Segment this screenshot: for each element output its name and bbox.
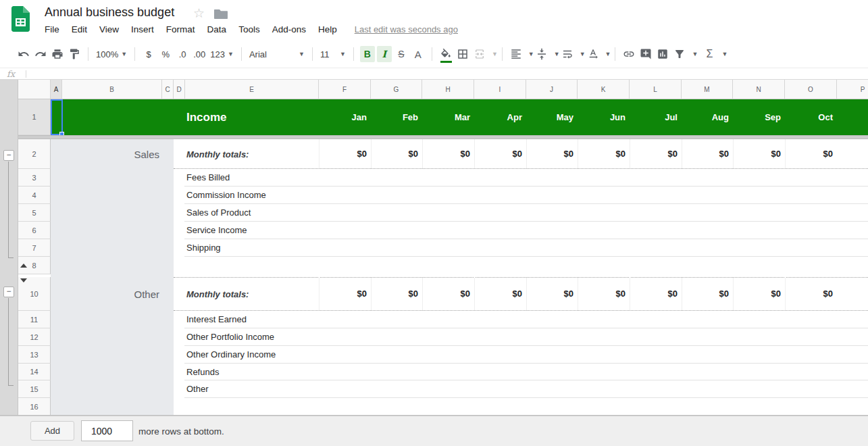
show-hidden-row-below-icon[interactable] (20, 278, 27, 282)
strikethrough-button[interactable]: S (394, 46, 409, 62)
row-header-7[interactable]: 7 (18, 239, 51, 257)
sales-total-jul[interactable]: $0 (630, 139, 682, 169)
fill-color-button[interactable] (438, 46, 453, 62)
cell-other-portfolio-income[interactable]: Other Portfolio Income (186, 328, 274, 346)
menu-format[interactable]: Format (166, 24, 195, 34)
filter-icon[interactable] (672, 46, 687, 62)
add-rows-button[interactable]: Add (30, 421, 74, 441)
column-header-f[interactable]: F (319, 80, 371, 99)
column-header-a[interactable]: A (51, 80, 62, 99)
month-header-sep[interactable]: Sep (733, 99, 785, 135)
row-header-13[interactable]: 13 (18, 346, 51, 364)
cell-sales-of-product[interactable]: Sales of Product (186, 204, 251, 222)
sales-total-may[interactable]: $0 (526, 139, 578, 169)
sheets-logo-icon[interactable] (11, 6, 30, 34)
last-edit-link[interactable]: Last edit was seconds ago (355, 24, 458, 34)
other-total-aug[interactable]: $0 (682, 277, 733, 311)
month-header-jun[interactable]: Jun (578, 99, 630, 135)
rows-count-input[interactable] (81, 420, 133, 441)
sales-total-sep[interactable]: $0 (733, 139, 785, 169)
cell-refunds[interactable]: Refunds (186, 364, 219, 381)
menu-add-ons[interactable]: Add-ons (272, 24, 306, 34)
paint-format-icon[interactable] (67, 46, 82, 62)
functions-button[interactable]: Σ (702, 46, 717, 62)
row-header-1[interactable]: 1 (18, 99, 51, 135)
increase-decimal-button[interactable]: .00 (192, 46, 207, 62)
column-header-o[interactable]: O (785, 80, 837, 99)
text-wrap-caret[interactable]: ▼ (580, 51, 586, 57)
month-header-jul[interactable]: Jul (630, 99, 682, 135)
column-header-m[interactable]: M (682, 80, 733, 99)
column-header-d[interactable]: D (174, 80, 185, 99)
zoom-select[interactable]: 100%▼ (95, 46, 128, 62)
sales-monthly-totals-label[interactable]: Monthly totals: (186, 139, 249, 169)
menu-edit[interactable]: Edit (72, 24, 87, 34)
other-monthly-totals-label[interactable]: Monthly totals: (186, 277, 249, 311)
column-header-i[interactable]: I (474, 80, 526, 99)
document-title[interactable]: Annual business budget (45, 5, 174, 20)
show-hidden-row-above-icon[interactable] (20, 264, 27, 268)
other-total-apr[interactable]: $0 (474, 277, 526, 311)
column-header-c[interactable]: C (162, 80, 174, 99)
other-total-mar[interactable]: $0 (422, 277, 474, 311)
cell-commission-income[interactable]: Commission Income (186, 187, 266, 204)
text-rotation-caret[interactable]: ▼ (605, 51, 611, 57)
month-header-mar[interactable]: Mar (422, 99, 474, 135)
month-header-apr[interactable]: Apr (474, 99, 526, 135)
column-header-h[interactable]: H (422, 80, 474, 99)
format-percent-button[interactable]: % (158, 46, 173, 62)
undo-icon[interactable] (16, 46, 31, 62)
row-header-2[interactable]: 2 (18, 139, 51, 169)
row-header-16[interactable]: 16 (18, 398, 51, 416)
sales-total-aug[interactable]: $0 (682, 139, 733, 169)
cell-other-ordinary-income[interactable]: Other Ordinary Income (186, 346, 276, 364)
cell-interest-earned[interactable]: Interest Earned (186, 311, 247, 328)
selected-cell-a1[interactable] (51, 99, 63, 135)
format-currency-button[interactable]: $ (141, 46, 156, 62)
column-header-l[interactable]: L (630, 80, 682, 99)
row-header-4[interactable]: 4 (18, 187, 51, 204)
font-size-select[interactable]: 11▼ (319, 46, 347, 62)
menu-help[interactable]: Help (318, 24, 337, 34)
collapse-group-other-button[interactable]: − (3, 287, 14, 297)
row-header-5[interactable]: 5 (18, 204, 51, 222)
sales-total-jan[interactable]: $0 (319, 139, 371, 169)
other-total-jun[interactable]: $0 (578, 277, 630, 311)
row-header-12[interactable]: 12 (18, 328, 51, 346)
month-header-aug[interactable]: Aug (682, 99, 733, 135)
month-header-may[interactable]: May (526, 99, 578, 135)
month-header-feb[interactable]: Feb (371, 99, 422, 135)
group-label-sales[interactable]: Sales (62, 139, 162, 169)
column-header-g[interactable]: G (371, 80, 422, 99)
column-header-p[interactable]: P (837, 80, 868, 99)
merge-cells-button[interactable] (472, 46, 487, 62)
group-label-other[interactable]: Other (62, 277, 162, 311)
sales-total-oct[interactable]: $0 (785, 139, 837, 169)
italic-button[interactable]: I (377, 46, 392, 62)
menu-data[interactable]: Data (207, 24, 227, 34)
menu-file[interactable]: File (45, 24, 59, 34)
row-header-6[interactable]: 6 (18, 222, 51, 239)
text-rotation-button[interactable] (586, 46, 601, 62)
other-total-oct[interactable]: $0 (785, 277, 837, 311)
menu-insert[interactable]: Insert (131, 24, 154, 34)
functions-caret[interactable]: ▼ (721, 51, 727, 57)
column-header-j[interactable]: J (526, 80, 578, 99)
cell-fees-billed[interactable]: Fees Billed (186, 169, 230, 187)
month-header-oct[interactable]: Oct (785, 99, 837, 135)
other-total-sep[interactable]: $0 (733, 277, 785, 311)
other-total-jan[interactable]: $0 (319, 277, 371, 311)
grid-corner[interactable] (18, 80, 51, 99)
row-header-15[interactable]: 15 (18, 380, 51, 398)
collapse-group-sales-button[interactable]: − (3, 150, 14, 161)
column-header-e[interactable]: E (185, 80, 319, 99)
month-header-jan[interactable]: Jan (319, 99, 371, 135)
insert-comment-icon[interactable] (638, 46, 653, 62)
vertical-align-caret[interactable]: ▼ (554, 51, 560, 57)
row-header-11[interactable]: 11 (18, 311, 51, 328)
menu-tools[interactable]: Tools (238, 24, 260, 34)
text-wrap-button[interactable] (560, 46, 575, 62)
filter-caret[interactable]: ▼ (692, 51, 698, 57)
sales-total-apr[interactable]: $0 (474, 139, 526, 169)
text-color-button[interactable]: A (411, 46, 426, 62)
